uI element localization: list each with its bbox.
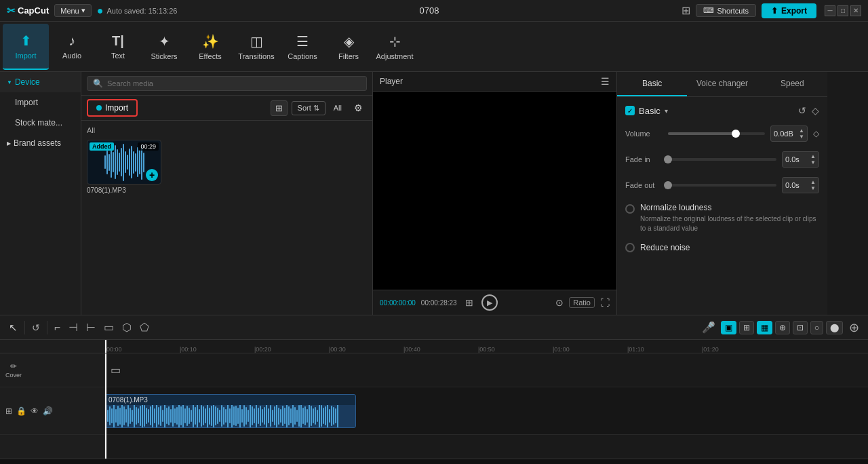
- volume-spinners[interactable]: ▲▼: [799, 128, 804, 140]
- media-item[interactable]: Added 00:29 + 0708(1).MP3: [87, 140, 161, 194]
- track-lock-icon[interactable]: 🔒: [16, 406, 26, 416]
- minimize-button[interactable]: ─: [825, 5, 835, 16]
- reduce-noise-checkbox[interactable]: [625, 243, 635, 252]
- filter-settings-button[interactable]: ⚙: [350, 100, 367, 115]
- thumb-track-item[interactable]: ▭: [111, 364, 121, 376]
- track-rows: ▭ 0708(1).MP3: [105, 353, 868, 459]
- delete-clip-button[interactable]: ▭: [100, 318, 117, 336]
- media-add-button[interactable]: +: [146, 169, 158, 181]
- track-mute-icon[interactable]: 🔊: [43, 406, 53, 416]
- protect-button[interactable]: ⬠: [136, 318, 153, 336]
- cover-text: Cover: [5, 372, 22, 379]
- volume-thumb[interactable]: [732, 130, 740, 138]
- split-button-2[interactable]: ⊣: [65, 318, 81, 336]
- mode-btn-2[interactable]: ⊞: [739, 321, 754, 334]
- timeline-tracks-area: 00:00 |00:10 |00:20 |00:30 |00:40 |00:50…: [105, 340, 868, 459]
- tool-filters[interactable]: ◈ Filters: [326, 24, 372, 70]
- mode-btn-6[interactable]: ○: [810, 321, 823, 334]
- cover-track-ctrl: ✏ Cover: [0, 353, 104, 387]
- add-track-button[interactable]: ⊕: [846, 319, 863, 336]
- ruler-content: 00:00 |00:10 |00:20 |00:30 |00:40 |00:50…: [105, 346, 776, 353]
- volume-diamond-icon[interactable]: ◇: [813, 129, 819, 138]
- crop-icon[interactable]: ⊙: [555, 297, 564, 308]
- player-menu-icon[interactable]: ☰: [601, 76, 610, 87]
- split-button-1[interactable]: ⌐: [51, 319, 64, 336]
- fadeout-spinners[interactable]: ▲▼: [810, 179, 816, 191]
- sidebar-item-device[interactable]: ▼ Device: [0, 72, 81, 92]
- grid-view-button[interactable]: ⊞: [271, 100, 288, 116]
- player-grid-icon[interactable]: ⊞: [465, 297, 473, 308]
- pencil-icon: ✏: [10, 362, 17, 371]
- mode-btn-7[interactable]: ⬤: [826, 321, 843, 334]
- tool-import-label: Import: [15, 52, 36, 60]
- basic-check[interactable]: ✓: [625, 106, 635, 115]
- select-tool-button[interactable]: ↖: [5, 319, 21, 336]
- audio-track-ctrl: ⊞ 🔒 👁 🔊: [0, 387, 104, 435]
- volume-fill: [668, 132, 736, 135]
- mic-button[interactable]: 🎤: [699, 318, 718, 336]
- logo-text: CapCut: [18, 5, 49, 16]
- track-expand-icon[interactable]: ⊞: [5, 406, 12, 416]
- player-panel: Player ☰ 00:00:00:00 00:00:28:23 ⊞ ▶ ⊙ R…: [373, 72, 617, 315]
- tool-transitions[interactable]: ◫ Transitions: [233, 24, 279, 70]
- ruler-mark-5: |00:50: [478, 346, 553, 353]
- tool-adjustment-icon: ⊹: [389, 33, 401, 50]
- top-right-controls: ⊞ ⌨ Shortcuts ⬆ Export ─ □ ✕: [682, 3, 861, 18]
- track-visibility-icon[interactable]: 👁: [31, 406, 39, 416]
- close-button[interactable]: ✕: [850, 5, 861, 16]
- sort-button[interactable]: Sort ⇅: [292, 101, 326, 115]
- volume-slider[interactable]: [668, 132, 765, 135]
- fadeout-label: Fade out: [625, 181, 663, 189]
- tab-voice-changer[interactable]: Voice changer: [687, 72, 757, 96]
- fullscreen-icon[interactable]: ⛶: [600, 297, 610, 308]
- tool-audio[interactable]: ♪ Audio: [49, 24, 95, 70]
- tool-text[interactable]: T| Text: [95, 24, 141, 70]
- tool-audio-icon: ♪: [68, 33, 75, 49]
- tool-stickers[interactable]: ✦ Stickers: [141, 24, 187, 70]
- fadein-label: Fade in: [625, 155, 663, 163]
- player-controls: 00:00:00:00 00:00:28:23 ⊞ ▶ ⊙ Ratio ⛶: [373, 290, 616, 315]
- audio-clip[interactable]: 0708(1).MP3: [105, 394, 356, 428]
- normalize-checkbox[interactable]: [625, 204, 635, 214]
- sidebar-item-brand[interactable]: ▶ Brand assets: [0, 133, 81, 153]
- tab-speed[interactable]: Speed: [757, 72, 827, 96]
- reset-icon[interactable]: ↺: [798, 105, 806, 116]
- sidebar-item-import[interactable]: Import: [0, 92, 81, 113]
- split-button-3[interactable]: ⊢: [83, 318, 99, 336]
- tab-basic[interactable]: Basic: [617, 72, 687, 96]
- badge-button[interactable]: ⬡: [119, 318, 135, 336]
- mode-btn-3[interactable]: ▦: [757, 321, 772, 334]
- ruler-mark-2: |00:20: [254, 346, 329, 353]
- fadein-spinners[interactable]: ▲▼: [810, 153, 816, 166]
- fadeout-thumb[interactable]: [664, 181, 672, 189]
- fadein-slider[interactable]: [668, 158, 776, 161]
- tool-adjustment[interactable]: ⊹ Adjustment: [372, 24, 418, 70]
- menu-button[interactable]: Menu ▾: [54, 4, 92, 17]
- fadeout-slider[interactable]: [668, 184, 776, 187]
- normalize-description: Normalize the original loudness of the s…: [640, 214, 819, 233]
- export-button[interactable]: ⬆ Export: [762, 3, 816, 18]
- undo-button[interactable]: ↺: [28, 320, 43, 336]
- player-header: Player ☰: [373, 72, 616, 92]
- ratio-button[interactable]: Ratio: [569, 297, 595, 308]
- fadein-thumb[interactable]: [664, 155, 672, 163]
- all-filter-button[interactable]: All: [330, 102, 346, 114]
- search-input[interactable]: [107, 79, 361, 88]
- sidebar-item-stock[interactable]: Stock mate...: [0, 113, 81, 133]
- tool-effects[interactable]: ✨ Effects: [187, 24, 233, 70]
- mode-btn-1[interactable]: ▣: [721, 321, 736, 334]
- shortcuts-button[interactable]: ⌨ Shortcuts: [696, 4, 756, 17]
- tool-import[interactable]: ⬆ Import: [3, 24, 49, 70]
- mode-btn-4[interactable]: ⊕: [775, 321, 790, 334]
- import-button[interactable]: Import: [87, 99, 138, 117]
- play-button[interactable]: ▶: [481, 294, 498, 311]
- cover-edit-button[interactable]: ✏ Cover: [5, 362, 22, 379]
- fadeout-value: 0.0s ▲▼: [782, 177, 819, 193]
- mode-btn-5[interactable]: ⊡: [793, 321, 808, 334]
- timeline-scrollbar[interactable]: [0, 459, 868, 464]
- maximize-button[interactable]: □: [837, 5, 848, 16]
- player-right-controls: ⊙ Ratio ⛶: [555, 297, 610, 308]
- search-container: 🔍: [87, 76, 367, 91]
- keyframe-icon[interactable]: ◇: [812, 105, 819, 116]
- tool-captions[interactable]: ☰ Captions: [279, 24, 326, 70]
